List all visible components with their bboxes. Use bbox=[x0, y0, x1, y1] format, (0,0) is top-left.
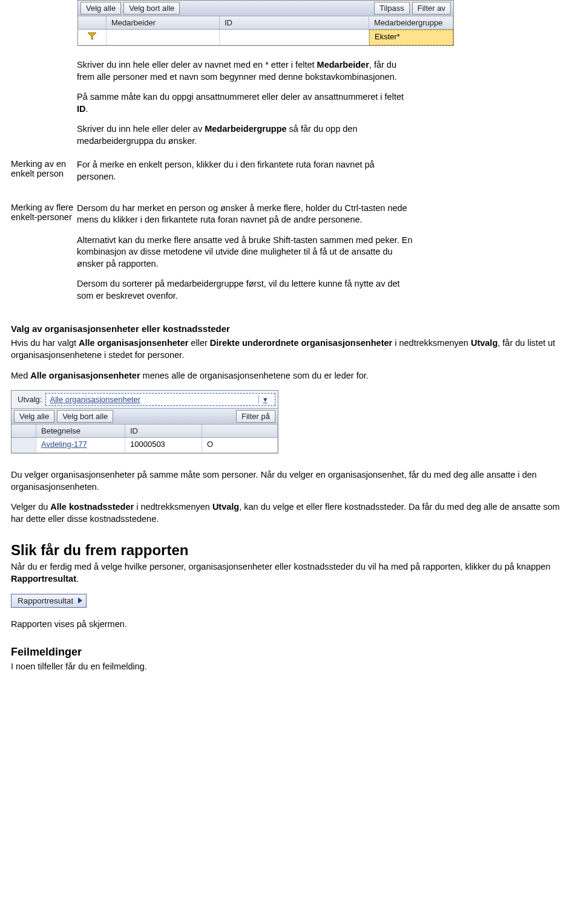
after-utvalg-p2: Velger du Alle kostnadssteder i nedtrekk… bbox=[11, 501, 570, 525]
bold: Alle organisasjonsenheter bbox=[30, 371, 140, 380]
text: eller bbox=[188, 338, 209, 348]
play-icon bbox=[78, 597, 82, 604]
text: På samme måte kan du oppgi ansattnummere… bbox=[77, 92, 404, 102]
filter-icon-cell[interactable] bbox=[78, 30, 107, 45]
deselect-all-button[interactable]: Velg bort alle bbox=[123, 2, 180, 15]
row-checkbox[interactable] bbox=[11, 438, 36, 453]
mark-multi-body: Dersom du har merket en person og ønsker… bbox=[77, 203, 416, 311]
row-id: 10000503 bbox=[125, 438, 202, 453]
chevron-down-icon: ▾ bbox=[258, 395, 271, 404]
funnel-icon bbox=[87, 31, 97, 41]
filter-id[interactable] bbox=[220, 30, 369, 45]
bold: Rapportresultat bbox=[11, 574, 76, 584]
bold: Utvalg bbox=[212, 502, 239, 512]
filter-off-button[interactable]: Filter av bbox=[412, 2, 451, 15]
intro-p1: Skriver du inn hele eller deler av navne… bbox=[77, 59, 416, 83]
filter-on-button[interactable]: Filter på bbox=[236, 410, 275, 423]
table-row[interactable]: Avdeling-177 10000503 O bbox=[11, 438, 278, 453]
bold: Direkte underordnete organisasjonsenhete… bbox=[210, 338, 392, 348]
intro-p2: På samme måte kan du oppgi ansattnummere… bbox=[77, 91, 416, 115]
feil-heading: Feilmeldinger bbox=[11, 646, 570, 659]
text: Skriver du inn hele eller deler av bbox=[77, 124, 205, 134]
bold: Alle organisasjonsenheter bbox=[79, 338, 188, 348]
filter-gruppe-input[interactable]: Ekster* bbox=[369, 30, 453, 45]
mark-multi-p2: Alternativt kan du merke flere ansatte v… bbox=[77, 235, 416, 270]
mark-multi-label: Merking av flere enkelt-personer bbox=[11, 203, 74, 222]
text: i nedtrekksmenyen bbox=[392, 338, 471, 348]
text: Med bbox=[11, 371, 30, 380]
bold: Alle kostnadssteder bbox=[50, 502, 134, 512]
select-all-button[interactable]: Velg alle bbox=[80, 2, 121, 15]
text: . bbox=[76, 574, 79, 584]
mark-multi-p3: Dersom du sorterer på medarbeidergruppe … bbox=[77, 278, 416, 302]
rapportresultat-button[interactable]: Rapportresultat bbox=[11, 594, 87, 608]
header-id[interactable]: ID bbox=[125, 425, 202, 437]
header-medarbeider[interactable]: Medarbeider bbox=[107, 16, 220, 29]
mark-multi-p1: Dersom du har merket en person og ønsker… bbox=[77, 203, 416, 226]
utvalg-label: Utvalg: bbox=[14, 392, 45, 406]
bold: Utvalg bbox=[471, 338, 497, 348]
adjust-button[interactable]: Tilpass bbox=[374, 2, 410, 15]
intro-body: Skriver du inn hele eller deler av navne… bbox=[77, 59, 416, 155]
rapport-heading: Slik får du frem rapporten bbox=[11, 542, 570, 559]
mark-single-body: For å merke en enkelt person, klikker du… bbox=[77, 159, 416, 191]
column-headers: Medarbeider ID Medarbeidergruppe bbox=[78, 16, 453, 30]
utvalg-dropdown[interactable]: Alle organisasjonsenheter ▾ bbox=[45, 393, 275, 406]
deselect-all-button[interactable]: Velg bort alle bbox=[57, 410, 113, 423]
feil-p1: I noen tilfeller får du en feilmelding. bbox=[11, 661, 570, 673]
toolbar: Velg alle Velg bort alle Tilpass Filter … bbox=[78, 1, 453, 16]
rapport-p2: Rapporten vises på skjermen. bbox=[11, 619, 570, 631]
bold-medarbeider: Medarbeider bbox=[317, 60, 369, 70]
rapport-p1: Når du er ferdig med å velge hvilke pers… bbox=[11, 561, 570, 585]
org-p2: Med Alle organisasjonsenheter menes alle… bbox=[11, 370, 570, 382]
org-heading: Valg av organisasjonsenheter eller kostn… bbox=[11, 324, 570, 334]
header-id[interactable]: ID bbox=[220, 16, 369, 29]
org-p1: Hvis du har valgt Alle organisasjonsenhe… bbox=[11, 337, 570, 361]
header-extra bbox=[202, 425, 278, 437]
utvalg-value: Alle organisasjonsenheter bbox=[50, 395, 140, 404]
text: Velger du bbox=[11, 502, 50, 512]
header-lead bbox=[78, 16, 107, 29]
header-lead bbox=[11, 425, 36, 437]
text: menes alle de organisasjonsenhetene som … bbox=[140, 371, 369, 380]
bold-id: ID bbox=[77, 104, 86, 114]
header-gruppe[interactable]: Medarbeidergruppe bbox=[369, 16, 453, 29]
utvalg-panel: Utvalg: Alle organisasjonsenheter ▾ Velg… bbox=[11, 390, 278, 454]
text: Når du er ferdig med å velge hvilke pers… bbox=[11, 562, 550, 571]
rapportresultat-label: Rapportresultat bbox=[18, 596, 73, 605]
utvalg-headers: Betegnelse ID bbox=[11, 425, 278, 438]
filter-medarbeider[interactable] bbox=[107, 30, 220, 45]
mark-single-label: Merking av en enkelt person bbox=[11, 159, 74, 178]
select-all-button[interactable]: Velg alle bbox=[14, 410, 54, 423]
employee-filter-panel: Velg alle Velg bort alle Tilpass Filter … bbox=[77, 0, 454, 46]
text: . bbox=[86, 104, 88, 114]
text: i nedtrekksmenyen bbox=[134, 502, 212, 512]
row-o: O bbox=[202, 438, 278, 453]
bold-gruppe: Medarbeidergruppe bbox=[205, 124, 286, 134]
row-name-link[interactable]: Avdeling-177 bbox=[36, 438, 125, 453]
mark-single-text: For å merke en enkelt person, klikker du… bbox=[77, 159, 416, 183]
text: Hvis du har valgt bbox=[11, 338, 79, 348]
intro-p3: Skriver du inn hele eller deler av Medar… bbox=[77, 123, 416, 147]
filter-row: Ekster* bbox=[78, 30, 453, 45]
after-utvalg-p1: Du velger organisasjonsenheter på samme … bbox=[11, 469, 570, 493]
header-betegnelse[interactable]: Betegnelse bbox=[36, 425, 125, 437]
utvalg-toolbar: Velg alle Velg bort alle Filter på bbox=[11, 409, 278, 425]
text: Skriver du inn hele eller deler av navne… bbox=[77, 60, 317, 70]
